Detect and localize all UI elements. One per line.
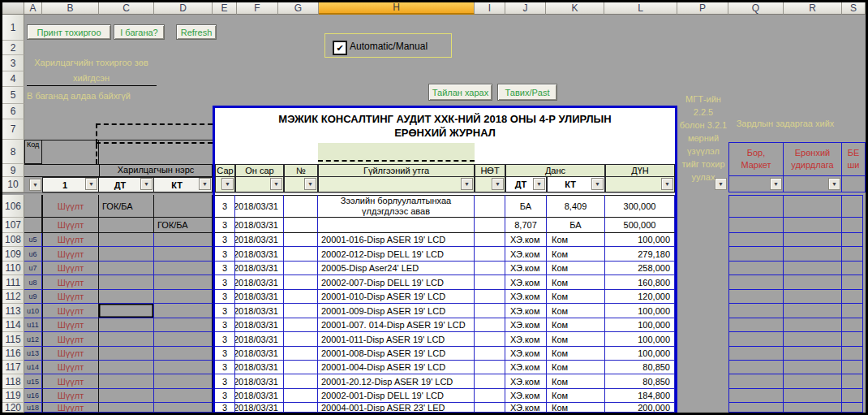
row-header-115[interactable]: 115 (2, 332, 24, 347)
header-dans[interactable]: Данс (505, 164, 605, 177)
cell-dt-113[interactable]: ХЭ.ком (505, 304, 547, 318)
cell-left-code-108[interactable]: u5 (24, 233, 42, 247)
cell-right-0-108[interactable] (728, 233, 784, 247)
cell-left-name_dt-119[interactable] (99, 389, 154, 403)
cell-no-109[interactable] (284, 247, 318, 262)
cell-sar-117[interactable]: 3 (215, 361, 235, 374)
cell-kt-119[interactable]: Ком (547, 389, 605, 403)
cell-left-filter-114[interactable]: Шүүлт (42, 318, 99, 332)
cell-right-1-118[interactable] (784, 374, 842, 389)
cell-right-2-115[interactable] (842, 332, 863, 347)
cell-dt-120[interactable]: ХЭ.ком (505, 403, 547, 413)
cell-sar-108[interactable]: 3 (215, 233, 235, 247)
cell-right-0-118[interactable] (728, 374, 784, 389)
filter-dropdown-noat-icon[interactable]: ▼ (492, 178, 504, 190)
cell-desc-107[interactable] (318, 218, 475, 233)
cell-left-name_kt-120[interactable] (154, 403, 213, 413)
filter-dropdown-d-icon[interactable]: ▼ (199, 178, 211, 190)
cell-desc-119[interactable]: 20002-001-Disp DELL 19' LCD (318, 389, 475, 403)
cell-dun-109[interactable]: 279,180 (605, 247, 675, 262)
cell-left-filter-111[interactable]: Шүүлт (42, 275, 99, 290)
cell-right-2-110[interactable] (842, 262, 863, 275)
cell-kt-106[interactable]: 8,409 (547, 195, 605, 218)
cell-right-0-119[interactable] (728, 389, 784, 403)
cell-kt-113[interactable]: Ком (547, 304, 605, 318)
column-header-B[interactable]: B (42, 2, 99, 15)
cell-left-code-107[interactable] (24, 218, 42, 233)
cell-desc-108[interactable]: 20001-016-Disp ASER 19' LCD (318, 233, 475, 247)
cell-left-code-116[interactable]: u13 (24, 347, 42, 361)
cell-left-name_dt-111[interactable] (99, 275, 154, 290)
cell-right-0-106[interactable] (728, 195, 784, 218)
cell-sar-120[interactable]: 3 (215, 403, 235, 413)
filter-dropdown-dun-icon[interactable]: ▼ (661, 178, 673, 190)
cell-left-name_kt-117[interactable] (154, 361, 213, 374)
cell-sar-113[interactable]: 3 (215, 304, 235, 318)
column-header-F[interactable]: F (237, 2, 278, 15)
cell-right-1-117[interactable] (784, 361, 842, 374)
column-header-I[interactable]: I (475, 2, 505, 15)
cell-left-code-118[interactable]: u15 (24, 374, 42, 389)
cell-kt-120[interactable]: Ком (547, 403, 605, 413)
cell-date-114[interactable]: 2018/03/31 (235, 318, 284, 332)
cell-right-0-109[interactable] (728, 247, 784, 262)
cell-left-filter-120[interactable]: Шүүлт (42, 403, 99, 413)
paste-button[interactable]: Тавих/Past (497, 84, 557, 101)
cell-kt-114[interactable]: Ком (547, 318, 605, 332)
cell-left-name_dt-113[interactable] (99, 304, 154, 318)
cell-right-0-116[interactable] (728, 347, 784, 361)
cell-desc-118[interactable]: 20001-20.12-Disp ASER 19' LCD (318, 374, 475, 389)
row-header-8[interactable]: 8 (2, 140, 24, 164)
cell-right-2-119[interactable] (842, 389, 863, 403)
cell-right-2-114[interactable] (842, 318, 863, 332)
cell-no-112[interactable] (284, 290, 318, 304)
row-header-2[interactable]: 2 (2, 41, 24, 55)
cell-desc-106[interactable]: Зээлийн борлуулалтынхаа үлдэгдлээс авав (318, 195, 475, 218)
cell-left-filter-113[interactable]: Шүүлт (42, 304, 99, 318)
cell-left-code-109[interactable]: u6 (24, 247, 42, 262)
cell-right-2-113[interactable] (842, 304, 863, 318)
filter-dropdown-r-icon[interactable]: ▼ (828, 178, 840, 190)
row-header-118[interactable]: 118 (2, 374, 24, 389)
cell-left-code-115[interactable]: u12 (24, 332, 42, 347)
row-header-1[interactable]: 1 (2, 15, 24, 41)
cell-left-name_kt-110[interactable] (154, 262, 213, 275)
cell-dun-116[interactable]: 100,000 (605, 347, 675, 361)
cell-right-1-111[interactable] (784, 275, 842, 290)
kod-cell[interactable]: Код (24, 140, 42, 164)
cell-noat-108[interactable] (475, 233, 505, 247)
row-header-120[interactable]: 120 (2, 403, 24, 413)
cell-desc-117[interactable]: 20001-004-Disp ASER 19' LCD (318, 361, 475, 374)
cell-desc-120[interactable]: 20004-001-Disp ASER 23' LED (318, 403, 475, 413)
cell-dun-110[interactable]: 258,000 (605, 262, 675, 275)
cell-desc-116[interactable]: 20001-008-Disp ASER 19' LCD (318, 347, 475, 361)
cell-date-112[interactable]: 2018/03/31 (235, 290, 284, 304)
column-header-D[interactable]: D (154, 2, 213, 15)
column-header-J[interactable]: J (505, 2, 546, 15)
cell-kt-109[interactable]: Ком (547, 247, 605, 262)
cell-right-0-115[interactable] (728, 332, 784, 347)
cell-dun-113[interactable]: 100,000 (605, 304, 675, 318)
cell-dun-108[interactable]: 100,000 (605, 233, 675, 247)
filter-dropdown-utga-icon[interactable]: ▼ (461, 178, 473, 190)
cell-sar-110[interactable]: 3 (215, 262, 235, 275)
row-header-111[interactable]: 111 (2, 275, 24, 290)
cell-kt-118[interactable]: Ком (547, 374, 605, 389)
row-header-5[interactable]: 5 (2, 87, 24, 104)
cell-noat-114[interactable] (475, 318, 505, 332)
cell-left-name_kt-116[interactable] (154, 347, 213, 361)
filter-dropdown-dt-icon[interactable]: ▼ (533, 178, 545, 190)
header-utga[interactable]: Гүйлгээний утга (318, 164, 475, 177)
cell-right-2-117[interactable] (842, 361, 863, 374)
names-header-cell[interactable]: Харилцагчын нэрс (99, 164, 213, 177)
cell-right-2-116[interactable] (842, 347, 863, 361)
cell-noat-118[interactable] (475, 374, 505, 389)
cell-noat-113[interactable] (475, 304, 505, 318)
cell-right-1-116[interactable] (784, 347, 842, 361)
cell-desc-111[interactable]: 20002-007-Disp DELL 19' LCD (318, 275, 475, 290)
cell-right-1-110[interactable] (784, 262, 842, 275)
row-header-108[interactable]: 108 (2, 233, 24, 247)
cell-kt-110[interactable]: Ком (547, 262, 605, 275)
cell-left-name_dt-120[interactable] (99, 403, 154, 413)
cell-right-2-118[interactable] (842, 374, 863, 389)
